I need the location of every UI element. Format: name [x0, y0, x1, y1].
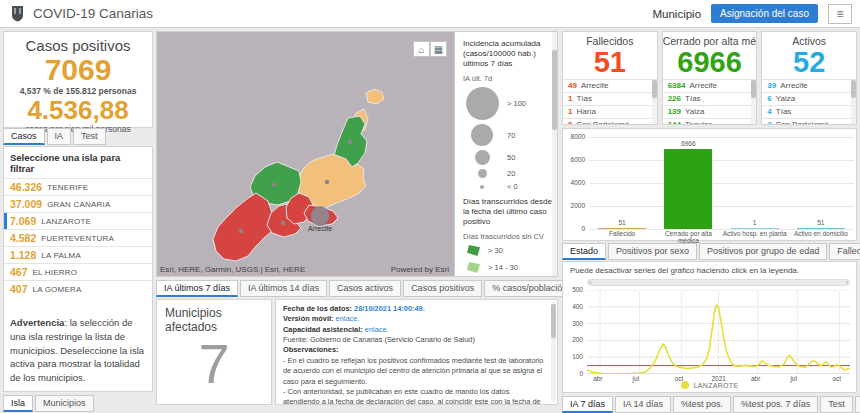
tab-ia-ultimos-7-dias[interactable]: IA últimos 7 días [156, 280, 238, 297]
bar-y-tick: 0 [563, 225, 585, 232]
tab-positivos-por-sexo[interactable]: Positivos por sexo [608, 243, 697, 260]
bar-value-label: 51 [817, 219, 824, 226]
ia-dot-teguise [325, 180, 329, 184]
bar-y-tick: 6000 [563, 156, 585, 163]
time-range-slider[interactable]: ‹ › [587, 279, 850, 286]
map-home-button[interactable]: ⌂ [413, 41, 430, 57]
activos-card: Activos 52 39 Arrecife 6 Yaiza 4 Tías 2 … [761, 31, 857, 125]
municipio-link[interactable]: Municipio [652, 8, 701, 20]
ia-dot-tias [281, 221, 285, 225]
list-item[interactable]: 4 Tías [762, 105, 856, 118]
tab-ia-ultimos-14-dias[interactable]: IA últimos 14 días [240, 280, 327, 297]
bar-category-label: Cerrado por alta médica [655, 230, 721, 244]
casos-positivos-card: Casos positivos 7069 4,537 % de 155.812 … [3, 31, 153, 128]
canarias-emblem-icon [10, 5, 25, 22]
covid-dashboard: COVID-19 Canarias Municipio Asignación d… [0, 0, 860, 413]
bar-cerrado-por-alta-m-dica[interactable] [664, 149, 712, 229]
ia-dot-haria [348, 140, 352, 144]
version-movil-link[interactable]: enlace. [336, 314, 360, 323]
list-item[interactable]: 144 Teguise [663, 118, 757, 125]
slider-right-handle[interactable]: › [846, 279, 848, 286]
capacidad-asistencial-link[interactable]: enlace. [365, 325, 389, 334]
app-title: COVID-19 Canarias [33, 6, 153, 21]
list-item[interactable]: 6384 Arrecife [663, 79, 757, 92]
info-scrollbar[interactable] [551, 302, 556, 402]
bubble-large-icon [466, 87, 499, 120]
lanzarote-map[interactable]: Arrecife ⌂ ▦ Esri, HERE, Garmin, USGS | … [156, 31, 558, 277]
list-item[interactable]: 2 San Bartolomé [762, 118, 856, 125]
estado-bar-chart-panel: 516966151 02000400060008000FallecidoCerr… [562, 128, 857, 241]
fecha-value: 28/10/2021 14:00:49. [354, 304, 425, 313]
card-scrollbar[interactable] [652, 80, 657, 125]
list-item[interactable]: 0 San Bartolomé [563, 118, 657, 125]
tab-ia[interactable]: IA [47, 128, 72, 145]
lanzarote-series-dot-icon [681, 381, 689, 389]
municipios-afectados-title: Municipios afectados [157, 300, 271, 334]
tab-casos[interactable]: Casos [3, 128, 45, 145]
island-panel-tabs: Isla Municipios [3, 395, 94, 412]
list-item[interactable]: 49 Arrecife [563, 79, 657, 92]
legend-day-row: > 14 - 30 [463, 262, 553, 273]
island-row-la-gomera[interactable]: 407 LA GOMERA [4, 280, 152, 297]
legend-scrollbar[interactable] [552, 32, 557, 276]
ia-line-chart[interactable] [587, 290, 850, 374]
estado-bar-chart[interactable]: 516966151 [589, 137, 854, 229]
tab-casos-activos[interactable]: Casos activos [329, 280, 401, 297]
slider-left-handle[interactable]: ‹ [589, 279, 591, 286]
island-row-la-palma[interactable]: 1.128 LA PALMA [4, 246, 152, 263]
swatch-lightgreen-icon [467, 262, 480, 273]
tab-test[interactable]: Test [820, 396, 853, 413]
asignacion-del-caso-button[interactable]: Asignación del caso [711, 4, 818, 23]
tab-acumulado[interactable]: Acumulado [855, 396, 860, 413]
island-row-el-hierro[interactable]: 467 EL HIERRO [4, 263, 152, 280]
islet-alegranza [366, 89, 384, 104]
bar-activo-en-domicilio[interactable] [797, 228, 845, 229]
list-item[interactable]: 39 Arrecife [762, 79, 856, 92]
municipality-yaiza [213, 193, 272, 261]
list-item[interactable]: 226 Tías [663, 92, 757, 105]
list-item[interactable]: 1 Tías [563, 92, 657, 105]
card-scrollbar[interactable] [851, 80, 856, 125]
chart-legend[interactable]: LANZAROTE [563, 381, 856, 389]
bar-fallecido[interactable] [598, 228, 646, 229]
tab-municipios[interactable]: Municipios [35, 395, 94, 412]
legend-day-row: > 30 [463, 245, 553, 256]
cases-card-tabs: Casos IA Test [3, 128, 106, 145]
tab-casos-positivos[interactable]: Casos positivos [403, 280, 482, 297]
ia-dot-yaiza [239, 229, 243, 233]
tab-ia-14-dias[interactable]: IA 14 días [615, 396, 671, 413]
legend-days-subtitle: Días trascurridos sin CV [463, 232, 553, 241]
list-item[interactable]: 6 Yaiza [762, 92, 856, 105]
map-basemap-button[interactable]: ▦ [430, 41, 447, 57]
bar-y-tick: 2000 [563, 202, 585, 209]
casos-positivos-total: 7069 [4, 54, 152, 86]
tab-estado[interactable]: Estado [562, 243, 606, 260]
bubble-20-icon [478, 169, 487, 178]
tab-test[interactable]: Test [73, 128, 106, 145]
tab-test-pos[interactable]: %test pos. [673, 396, 731, 413]
card-scrollbar[interactable] [751, 80, 756, 125]
tab-positivos-por-grupo-edad[interactable]: Positivos por grupo de edad [699, 243, 827, 260]
ia-time-series-panel: Puede desactivar series del gráfico haci… [562, 261, 857, 393]
observacion-bullet: - En el cuadro se reflejan los positivos… [283, 356, 547, 387]
tab-fallecidos-edad-sexo[interactable]: Fallecidos por edad y sexo [829, 243, 860, 260]
list-item[interactable]: 1 Haría [563, 105, 657, 118]
summary-cards-row: Fallecidos 51 49 Arrecife 1 Tías 1 Haría… [562, 31, 857, 125]
island-row-gran-canaria[interactable]: 37.009 GRAN CANARIA [4, 195, 152, 212]
activos-value: 52 [762, 47, 856, 79]
observaciones-label: Observaciones: [283, 345, 338, 354]
island-row-fuerteventura[interactable]: 4.582 FUERTEVENTURA [4, 229, 152, 246]
tab-ia-7-dias[interactable]: IA 7 días [562, 396, 613, 413]
hamburger-menu-icon[interactable]: ≡ [828, 4, 852, 24]
bar-activo-hosp-en-planta[interactable] [731, 228, 779, 229]
fuente-line: Fuente: Gobierno de Canarias (Servicio C… [283, 335, 547, 345]
bar-y-tick: 4000 [563, 179, 585, 186]
list-item[interactable]: 139 Yaiza [663, 105, 757, 118]
island-row-tenerife[interactable]: 46.326 TENERIFE [4, 178, 152, 195]
island-row-lanzarote-selected[interactable]: 7.069 LANZAROTE [4, 212, 152, 229]
legend-bubble-row: 70 [463, 124, 553, 146]
ts-x-tick: oct [832, 375, 841, 382]
tab-isla[interactable]: Isla [3, 395, 33, 412]
ts-y-tick: 0 [565, 370, 583, 377]
tab-test-pos-7-dias[interactable]: %test pos. 7 días [733, 396, 818, 413]
